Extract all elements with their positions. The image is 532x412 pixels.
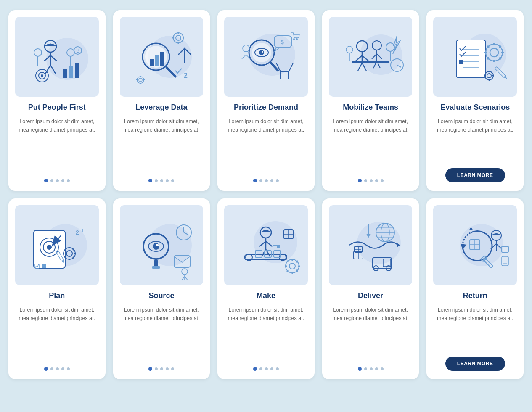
dot-4 <box>375 179 378 182</box>
dot-3 <box>370 367 373 370</box>
pagination-dots <box>44 179 70 182</box>
svg-rect-134 <box>152 266 160 269</box>
card-put-people-first: Put People First Lorem ipsum dolor sit d… <box>8 10 106 191</box>
card-grid: Put People First Lorem ipsum dolor sit d… <box>8 10 524 379</box>
learn-more-button-return[interactable]: LEARN MORE <box>445 357 505 371</box>
dot-5 <box>67 179 70 182</box>
pagination-dots <box>148 179 174 182</box>
svg-point-78 <box>346 46 353 53</box>
card-leverage-data: 2 Leverage Data Lorem ipsum dolor sit di… <box>113 10 210 191</box>
dot-2 <box>155 367 158 370</box>
svg-line-123 <box>65 257 66 258</box>
card-body: Lorem ipsum dolor sit dim amet, mea regi… <box>120 117 204 172</box>
svg-point-35 <box>139 78 142 82</box>
dot-2 <box>364 179 367 182</box>
dot-2 <box>259 179 262 182</box>
dot-2 <box>155 179 158 182</box>
svg-rect-15 <box>69 66 73 78</box>
illustration-prioritize-demand: $ <box>224 17 308 97</box>
dot-3 <box>370 179 373 182</box>
card-body: Lorem ipsum dolor sit dim amet, mea regi… <box>329 117 413 172</box>
svg-line-121 <box>73 257 74 258</box>
card-body: Lorem ipsum dolor sit dim amet, mea regi… <box>433 117 517 161</box>
dot-3 <box>56 179 59 182</box>
svg-marker-104 <box>504 76 508 80</box>
dot-2 <box>259 367 262 370</box>
dot-5 <box>381 179 384 182</box>
card-body: Lorem ipsum dolor sit dim amet, mea regi… <box>15 117 99 172</box>
svg-point-132 <box>156 244 159 246</box>
svg-point-19 <box>78 50 79 51</box>
svg-line-122 <box>73 249 74 250</box>
dot-1 <box>148 179 152 182</box>
dot-2 <box>50 179 53 182</box>
illustration-evaluate-scenarios <box>433 17 517 97</box>
card-title: Source <box>148 291 174 301</box>
card-body: Lorem ipsum dolor sit dim amet, mea regi… <box>224 306 308 360</box>
svg-point-54 <box>243 45 249 52</box>
pagination-dots <box>44 367 70 371</box>
svg-rect-24 <box>155 55 159 66</box>
illustration-deliver <box>329 205 413 285</box>
dot-4 <box>270 179 273 182</box>
dot-5 <box>276 367 279 370</box>
svg-line-96 <box>487 58 489 59</box>
illustration-source <box>120 205 204 285</box>
dot-3 <box>56 367 59 370</box>
dot-4 <box>166 367 169 370</box>
card-title: Put People First <box>28 103 86 112</box>
svg-point-109 <box>47 245 52 250</box>
svg-rect-73 <box>352 61 389 63</box>
dot-1 <box>358 179 362 182</box>
svg-point-157 <box>289 263 295 269</box>
svg-point-7 <box>34 49 42 56</box>
card-body: Lorem ipsum dolor sit dim amet, mea regi… <box>15 306 99 360</box>
learn-more-button-evaluate[interactable]: LEARN MORE <box>445 168 505 182</box>
card-title: Return <box>463 291 487 301</box>
card-title: Prioritize Demand <box>234 103 298 112</box>
svg-rect-14 <box>63 69 67 78</box>
dot-3 <box>265 179 268 182</box>
pagination-dots <box>253 179 279 182</box>
dot-3 <box>265 367 268 370</box>
card-body: Lorem ipsum dolor sit dim amet, mea regi… <box>433 306 517 350</box>
svg-point-34 <box>137 77 144 83</box>
card-body: Lorem ipsum dolor sit dim amet, mea regi… <box>224 117 308 172</box>
svg-point-52 <box>293 38 295 40</box>
card-source: Source Lorem ipsum dolor sit dim amet, m… <box>113 198 210 379</box>
dot-3 <box>160 367 163 370</box>
dot-1 <box>44 179 48 182</box>
dot-2 <box>50 367 53 370</box>
svg-line-142 <box>185 277 188 280</box>
svg-line-120 <box>65 249 66 250</box>
svg-line-141 <box>182 277 185 280</box>
card-deliver: Deliver Lorem ipsum dolor sit dim amet, … <box>322 198 419 379</box>
dot-1 <box>44 367 48 371</box>
card-title: Leverage Data <box>135 103 187 112</box>
dot-5 <box>276 179 279 182</box>
dot-5 <box>171 179 174 182</box>
dot-4 <box>166 179 169 182</box>
card-body: Lorem ipsum dolor sit dim amet, mea regi… <box>329 306 413 360</box>
svg-text:1: 1 <box>81 228 84 233</box>
dot-1 <box>253 179 257 182</box>
pagination-dots <box>148 367 174 371</box>
svg-rect-81 <box>456 40 486 78</box>
svg-text:2: 2 <box>184 72 188 79</box>
dot-4 <box>61 179 64 182</box>
svg-line-95 <box>499 46 501 48</box>
card-title: Deliver <box>358 291 383 301</box>
svg-line-56 <box>242 55 246 59</box>
illustration-make <box>224 205 308 285</box>
card-title: Make <box>257 291 275 301</box>
card-title: Plan <box>49 291 65 301</box>
illustration-leverage-data: 2 <box>120 17 204 97</box>
svg-point-45 <box>262 51 263 53</box>
svg-point-139 <box>182 269 188 275</box>
card-title: Evaluate Scenarios <box>440 103 510 112</box>
svg-rect-25 <box>160 52 164 66</box>
dot-4 <box>61 367 64 370</box>
svg-line-93 <box>487 46 489 48</box>
pagination-dots <box>358 367 384 371</box>
dot-4 <box>270 367 273 370</box>
